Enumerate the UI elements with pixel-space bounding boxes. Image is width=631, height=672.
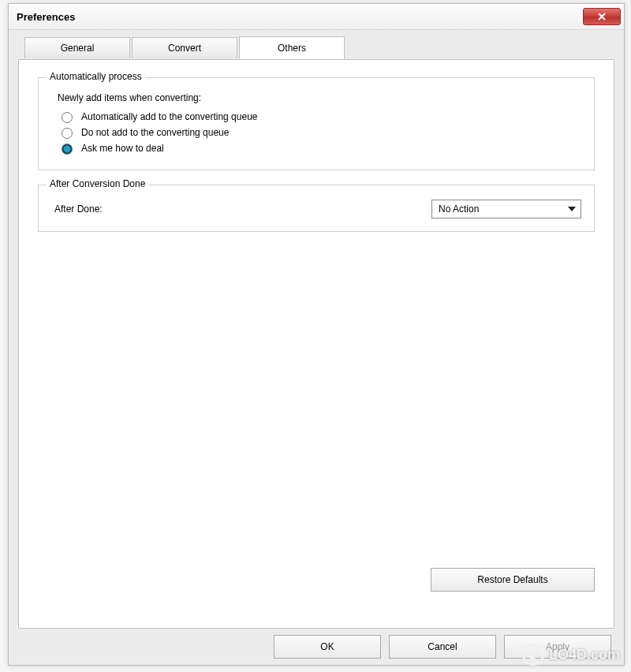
chevron-down-icon bbox=[568, 207, 576, 211]
ok-button[interactable]: OK bbox=[274, 635, 381, 659]
tab-convert[interactable]: Convert bbox=[132, 37, 237, 58]
radio-skip[interactable] bbox=[62, 128, 73, 139]
apply-button[interactable]: Apply bbox=[504, 635, 611, 659]
radio-add-label: Automatically add to the converting queu… bbox=[81, 111, 257, 122]
radio-add[interactable] bbox=[62, 112, 73, 123]
auto-process-note: Newly add items when converting: bbox=[58, 92, 581, 103]
window-title: Preferences bbox=[9, 11, 75, 23]
after-done-row: After Done: No Action bbox=[51, 200, 581, 218]
tab-others[interactable]: Others bbox=[239, 36, 345, 59]
preferences-window: Preferences General Convert Others Autom… bbox=[8, 3, 625, 666]
radio-row-skip[interactable]: Do not add to the converting queue bbox=[58, 125, 581, 139]
cancel-button[interactable]: Cancel bbox=[389, 635, 496, 659]
radio-row-add[interactable]: Automatically add to the converting queu… bbox=[58, 110, 581, 123]
group-auto-process-legend: Automatically process bbox=[47, 71, 145, 82]
group-after-done-legend: After Conversion Done bbox=[47, 178, 148, 189]
restore-defaults-button[interactable]: Restore Defaults bbox=[431, 568, 595, 592]
close-button[interactable] bbox=[583, 8, 621, 25]
group-auto-process: Automatically process Newly add items wh… bbox=[38, 77, 595, 170]
radio-ask-label: Ask me how to deal bbox=[81, 143, 164, 154]
tab-strip: General Convert Others bbox=[18, 36, 614, 59]
after-done-label: After Done: bbox=[54, 203, 103, 215]
tab-panel-others: Automatically process Newly add items wh… bbox=[18, 59, 614, 629]
group-after-done: After Conversion Done After Done: No Act… bbox=[38, 185, 595, 232]
after-done-value: No Action bbox=[439, 203, 479, 215]
radio-row-ask[interactable]: Ask me how to deal bbox=[58, 141, 581, 155]
close-icon bbox=[598, 13, 606, 21]
radio-skip-label: Do not add to the converting queue bbox=[81, 127, 229, 138]
title-bar: Preferences bbox=[9, 4, 624, 30]
dialog-button-row: OK Cancel Apply bbox=[18, 629, 614, 660]
radio-ask[interactable] bbox=[62, 144, 73, 155]
restore-row: Restore Defaults bbox=[38, 568, 595, 615]
client-area: General Convert Others Automatically pro… bbox=[9, 30, 624, 665]
after-done-select[interactable]: No Action bbox=[431, 200, 581, 218]
tab-general[interactable]: General bbox=[24, 37, 130, 58]
